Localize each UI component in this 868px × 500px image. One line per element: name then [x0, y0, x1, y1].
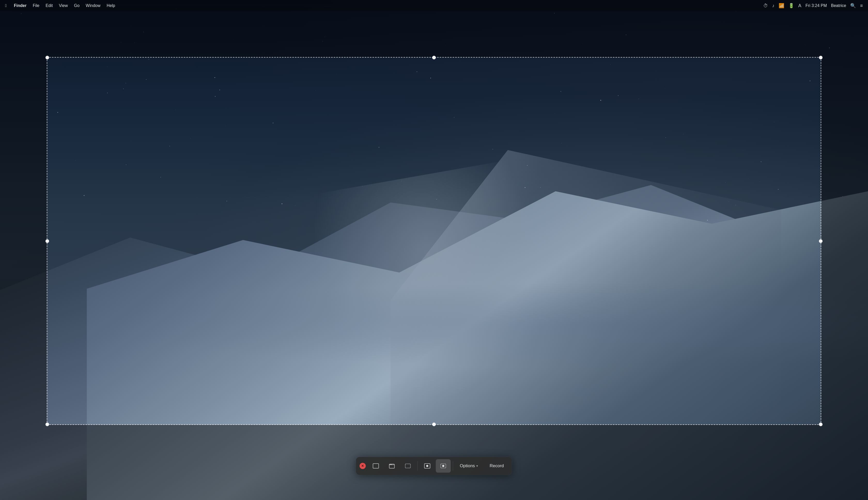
menu-bar:  Finder File Edit View Go Window Help ⏱… — [0, 0, 868, 11]
username: Beatrice — [831, 3, 846, 8]
app-name[interactable]: Finder — [14, 3, 26, 8]
menu-go[interactable]: Go — [74, 3, 79, 8]
svg-point-5 — [391, 464, 392, 465]
capture-toolbar: Options ▾ Record — [356, 457, 512, 475]
music-icon[interactable]: ♪ — [772, 3, 775, 9]
handle-top-right[interactable] — [819, 56, 823, 59]
screenshot-selection-button[interactable] — [400, 459, 415, 473]
svg-point-8 — [426, 465, 428, 467]
options-button[interactable]: Options ▾ — [455, 461, 482, 471]
record-whole-button[interactable] — [420, 459, 435, 473]
handle-bottom-center[interactable] — [432, 422, 436, 426]
screenshot-whole-icon — [372, 462, 379, 469]
svg-rect-6 — [405, 464, 411, 468]
menu-file[interactable]: File — [33, 3, 40, 8]
menu-help[interactable]: Help — [107, 3, 115, 8]
options-chevron-icon: ▾ — [476, 464, 478, 468]
record-selection-button[interactable] — [436, 459, 451, 473]
screenshot-selection-icon — [404, 462, 412, 469]
options-label: Options — [460, 463, 475, 468]
handle-middle-left[interactable] — [45, 239, 49, 243]
screentime-icon[interactable]: ⏱ — [764, 3, 768, 9]
record-button[interactable]: Record — [483, 461, 510, 471]
wifi-icon[interactable]: 📶 — [779, 3, 784, 9]
battery-icon[interactable]: 🔋 — [788, 3, 794, 9]
record-label: Record — [490, 463, 504, 468]
close-button[interactable] — [359, 463, 366, 469]
handle-bottom-right[interactable] — [819, 422, 823, 426]
apple-menu[interactable]:  — [5, 3, 7, 8]
svg-point-4 — [391, 464, 391, 465]
record-whole-icon — [424, 462, 431, 469]
menu-window[interactable]: Window — [86, 3, 100, 8]
svg-point-3 — [390, 464, 390, 465]
menu-edit[interactable]: Edit — [46, 3, 53, 8]
controlcenter-icon[interactable]: ≡ — [860, 3, 863, 9]
inputsource-icon[interactable]: A — [798, 3, 801, 9]
screenshot-window-button[interactable] — [385, 459, 399, 473]
search-icon[interactable]: 🔍 — [850, 3, 856, 9]
clock: Fri 3:24 PM — [805, 3, 827, 8]
toolbar-divider — [418, 461, 418, 470]
record-selection-icon — [440, 462, 447, 469]
svg-rect-0 — [373, 464, 379, 468]
menu-view[interactable]: View — [59, 3, 68, 8]
handle-top-center[interactable] — [432, 56, 436, 59]
handle-middle-right[interactable] — [819, 239, 823, 243]
toolbar-divider-2 — [453, 461, 453, 470]
screenshot-window-icon — [388, 462, 396, 469]
screenshot-whole-button[interactable] — [368, 459, 383, 473]
svg-point-10 — [442, 465, 444, 467]
